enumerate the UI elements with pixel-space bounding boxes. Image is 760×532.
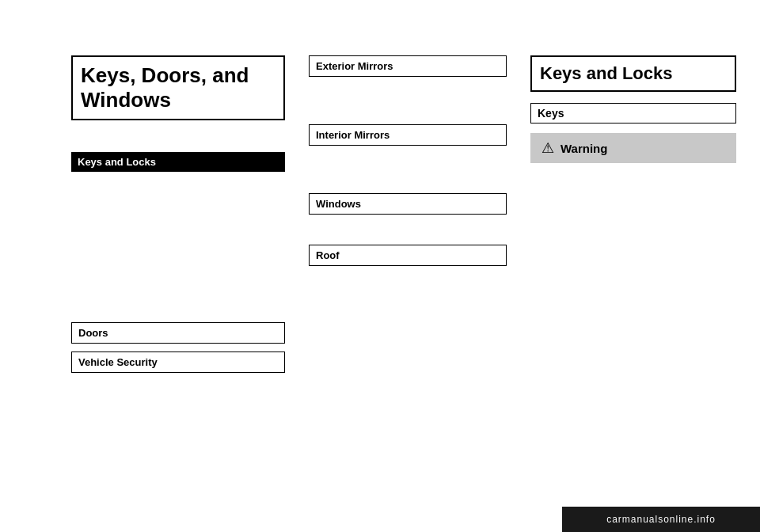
content-area: Keys, Doors, and Windows Keys and Locks … [0,0,760,507]
column-2: Exterior Mirrors Interior Mirrors Window… [309,55,507,475]
doors-bar[interactable]: Doors [71,322,285,344]
col3-title: Keys and Locks [530,55,736,92]
spacer3 [309,222,507,245]
column-3: Keys and Locks Keys ⚠ Warning [530,55,736,475]
spacer2 [309,154,507,193]
col1-bottom: Doors Vehicle Security [71,180,285,373]
keys-locks-bar[interactable]: Keys and Locks [71,152,285,172]
warning-box: ⚠ Warning [530,133,736,163]
column-1: Keys, Doors, and Windows Keys and Locks … [71,55,285,475]
warning-icon: ⚠ [542,139,554,157]
main-title: Keys, Doors, and Windows [71,55,285,120]
roof-bar[interactable]: Roof [309,245,507,266]
watermark-text: carmanualsonline.info [606,514,716,525]
windows-bar[interactable]: Windows [309,193,507,215]
page-container: Keys, Doors, and Windows Keys and Locks … [0,0,760,532]
watermark-bar: carmanualsonline.info [562,507,760,532]
exterior-mirrors-bar[interactable]: Exterior Mirrors [309,55,507,77]
warning-text: Warning [560,142,607,155]
interior-mirrors-bar[interactable]: Interior Mirrors [309,124,507,146]
spacer1 [309,85,507,124]
keys-sub-heading[interactable]: Keys [530,103,736,124]
vehicle-security-bar[interactable]: Vehicle Security [71,352,285,373]
